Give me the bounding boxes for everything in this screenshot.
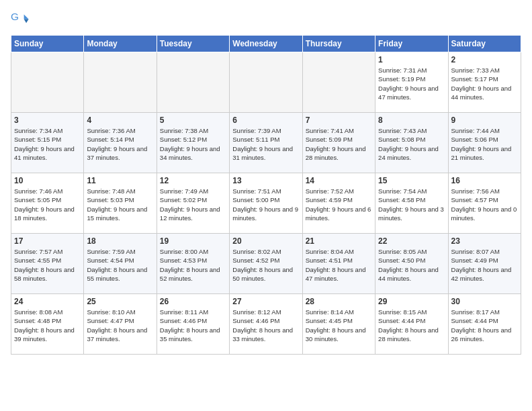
day-info: Sunrise: 7:43 AMSunset: 5:08 PMDaylight:…	[378, 126, 445, 162]
day-number: 25	[87, 297, 153, 306]
day-number: 23	[451, 236, 518, 246]
day-info: Sunrise: 7:41 AMSunset: 5:09 PMDaylight:…	[306, 126, 372, 162]
logo-icon: G	[11, 11, 30, 30]
calendar-cell: 5Sunrise: 7:38 AMSunset: 5:12 PMDaylight…	[157, 113, 229, 173]
calendar-cell: 14Sunrise: 7:52 AMSunset: 4:59 PMDayligh…	[302, 173, 375, 234]
day-info: Sunrise: 7:34 AMSunset: 5:15 PMDaylight:…	[14, 126, 81, 162]
day-number: 5	[160, 116, 226, 125]
day-number: 7	[306, 116, 372, 125]
day-number: 12	[160, 176, 226, 185]
calendar-cell: 12Sunrise: 7:49 AMSunset: 5:02 PMDayligh…	[157, 173, 229, 234]
svg-marker-1	[24, 15, 29, 19]
calendar-cell: 6Sunrise: 7:39 AMSunset: 5:11 PMDaylight…	[230, 113, 302, 173]
calendar-cell: 20Sunrise: 8:02 AMSunset: 4:52 PMDayligh…	[230, 234, 302, 294]
day-number: 24	[14, 297, 81, 306]
day-number: 9	[451, 116, 518, 125]
day-info: Sunrise: 7:51 AMSunset: 5:00 PMDaylight:…	[232, 187, 299, 222]
day-info: Sunrise: 7:38 AMSunset: 5:12 PMDaylight:…	[160, 126, 226, 162]
day-number: 26	[160, 297, 226, 306]
calendar-cell: 11Sunrise: 7:48 AMSunset: 5:03 PMDayligh…	[84, 173, 157, 234]
calendar-cell: 19Sunrise: 8:00 AMSunset: 4:53 PMDayligh…	[157, 234, 229, 294]
day-info: Sunrise: 7:46 AMSunset: 5:05 PMDaylight:…	[14, 187, 81, 222]
calendar-header-row: SundayMondayTuesdayWednesdayThursdayFrid…	[11, 36, 521, 52]
calendar-cell: 8Sunrise: 7:43 AMSunset: 5:08 PMDaylight…	[375, 113, 448, 173]
calendar-week-1: 1Sunrise: 7:31 AMSunset: 5:19 PMDaylight…	[11, 52, 521, 113]
day-number: 30	[451, 297, 518, 306]
day-info: Sunrise: 7:56 AMSunset: 4:57 PMDaylight:…	[451, 187, 518, 222]
day-info: Sunrise: 8:04 AMSunset: 4:51 PMDaylight:…	[306, 247, 372, 283]
col-header-tuesday: Tuesday	[157, 36, 229, 52]
col-header-saturday: Saturday	[448, 36, 521, 52]
calendar-cell: 23Sunrise: 8:07 AMSunset: 4:49 PMDayligh…	[448, 234, 521, 294]
col-header-sunday: Sunday	[11, 36, 84, 52]
day-number: 3	[14, 116, 81, 125]
page-header: G	[11, 11, 521, 30]
col-header-thursday: Thursday	[302, 36, 375, 52]
day-info: Sunrise: 8:14 AMSunset: 4:45 PMDaylight:…	[306, 308, 372, 343]
calendar-cell: 29Sunrise: 8:15 AMSunset: 4:44 PMDayligh…	[375, 294, 448, 355]
col-header-monday: Monday	[84, 36, 157, 52]
day-info: Sunrise: 7:52 AMSunset: 4:59 PMDaylight:…	[306, 187, 372, 222]
day-info: Sunrise: 8:10 AMSunset: 4:47 PMDaylight:…	[87, 308, 153, 343]
day-info: Sunrise: 7:44 AMSunset: 5:06 PMDaylight:…	[451, 126, 518, 162]
calendar-table: SundayMondayTuesdayWednesdayThursdayFrid…	[11, 35, 521, 355]
day-number: 10	[14, 176, 81, 185]
calendar-week-5: 24Sunrise: 8:08 AMSunset: 4:48 PMDayligh…	[11, 294, 521, 355]
day-info: Sunrise: 8:12 AMSunset: 4:46 PMDaylight:…	[232, 308, 299, 343]
day-number: 20	[232, 236, 299, 246]
day-info: Sunrise: 8:02 AMSunset: 4:52 PMDaylight:…	[232, 247, 299, 283]
col-header-friday: Friday	[375, 36, 448, 52]
day-info: Sunrise: 7:54 AMSunset: 4:58 PMDaylight:…	[378, 187, 445, 222]
calendar-cell: 27Sunrise: 8:12 AMSunset: 4:46 PMDayligh…	[230, 294, 302, 355]
calendar-week-2: 3Sunrise: 7:34 AMSunset: 5:15 PMDaylight…	[11, 113, 521, 173]
calendar-cell: 25Sunrise: 8:10 AMSunset: 4:47 PMDayligh…	[84, 294, 157, 355]
day-number: 28	[306, 297, 372, 306]
calendar-week-3: 10Sunrise: 7:46 AMSunset: 5:05 PMDayligh…	[11, 173, 521, 234]
day-number: 19	[160, 236, 226, 246]
calendar-cell: 3Sunrise: 7:34 AMSunset: 5:15 PMDaylight…	[11, 113, 84, 173]
day-number: 16	[451, 176, 518, 185]
calendar-cell: 13Sunrise: 7:51 AMSunset: 5:00 PMDayligh…	[230, 173, 302, 234]
day-number: 15	[378, 176, 445, 185]
calendar-cell: 2Sunrise: 7:33 AMSunset: 5:17 PMDaylight…	[448, 52, 521, 113]
day-info: Sunrise: 8:08 AMSunset: 4:48 PMDaylight:…	[14, 308, 81, 343]
calendar-cell: 17Sunrise: 7:57 AMSunset: 4:55 PMDayligh…	[11, 234, 84, 294]
day-number: 13	[232, 176, 299, 185]
calendar-cell: 10Sunrise: 7:46 AMSunset: 5:05 PMDayligh…	[11, 173, 84, 234]
calendar-cell: 9Sunrise: 7:44 AMSunset: 5:06 PMDaylight…	[448, 113, 521, 173]
day-info: Sunrise: 7:48 AMSunset: 5:03 PMDaylight:…	[87, 187, 153, 222]
calendar-cell: 30Sunrise: 8:17 AMSunset: 4:44 PMDayligh…	[448, 294, 521, 355]
calendar-cell: 7Sunrise: 7:41 AMSunset: 5:09 PMDaylight…	[302, 113, 375, 173]
svg-marker-2	[24, 19, 29, 24]
logo: G	[11, 11, 31, 30]
day-info: Sunrise: 7:39 AMSunset: 5:11 PMDaylight:…	[232, 126, 299, 162]
calendar-week-4: 17Sunrise: 7:57 AMSunset: 4:55 PMDayligh…	[11, 234, 521, 294]
day-info: Sunrise: 8:00 AMSunset: 4:53 PMDaylight:…	[160, 247, 226, 283]
day-number: 8	[378, 116, 445, 125]
day-info: Sunrise: 7:31 AMSunset: 5:19 PMDaylight:…	[378, 66, 445, 101]
day-number: 29	[378, 297, 445, 306]
day-number: 22	[378, 236, 445, 246]
day-number: 2	[451, 55, 518, 64]
calendar-cell: 24Sunrise: 8:08 AMSunset: 4:48 PMDayligh…	[11, 294, 84, 355]
calendar-cell: 1Sunrise: 7:31 AMSunset: 5:19 PMDaylight…	[375, 52, 448, 113]
calendar-cell	[302, 52, 375, 113]
day-info: Sunrise: 7:36 AMSunset: 5:14 PMDaylight:…	[87, 126, 153, 162]
calendar-cell: 16Sunrise: 7:56 AMSunset: 4:57 PMDayligh…	[448, 173, 521, 234]
calendar-cell: 21Sunrise: 8:04 AMSunset: 4:51 PMDayligh…	[302, 234, 375, 294]
day-info: Sunrise: 8:17 AMSunset: 4:44 PMDaylight:…	[451, 308, 518, 343]
day-info: Sunrise: 8:05 AMSunset: 4:50 PMDaylight:…	[378, 247, 445, 283]
day-info: Sunrise: 7:59 AMSunset: 4:54 PMDaylight:…	[87, 247, 153, 283]
day-number: 6	[232, 116, 299, 125]
day-info: Sunrise: 8:15 AMSunset: 4:44 PMDaylight:…	[378, 308, 445, 343]
day-info: Sunrise: 7:57 AMSunset: 4:55 PMDaylight:…	[14, 247, 81, 283]
svg-text:G: G	[11, 11, 19, 22]
day-info: Sunrise: 8:11 AMSunset: 4:46 PMDaylight:…	[160, 308, 226, 343]
day-number: 21	[306, 236, 372, 246]
day-number: 17	[14, 236, 81, 246]
calendar-cell: 15Sunrise: 7:54 AMSunset: 4:58 PMDayligh…	[375, 173, 448, 234]
day-number: 4	[87, 116, 153, 125]
calendar-cell	[230, 52, 302, 113]
day-number: 11	[87, 176, 153, 185]
col-header-wednesday: Wednesday	[230, 36, 302, 52]
